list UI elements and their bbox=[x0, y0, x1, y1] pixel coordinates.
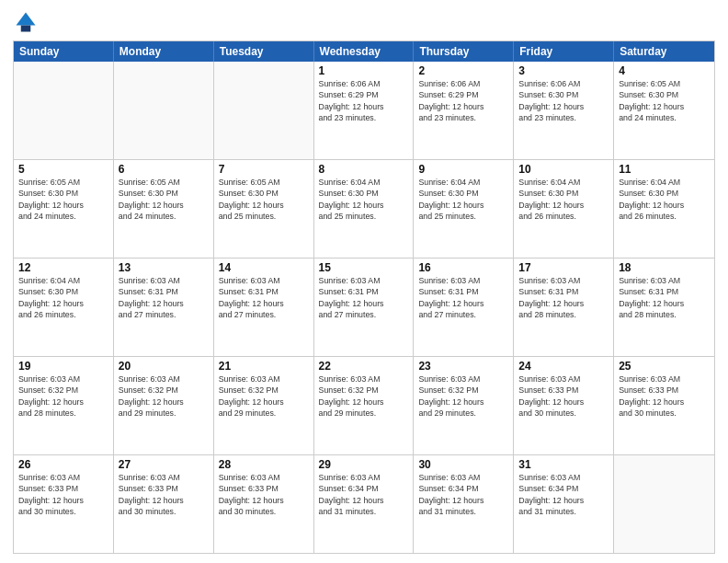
header-day-sunday: Sunday bbox=[14, 41, 114, 62]
day-info: Sunrise: 6:05 AMSunset: 6:30 PMDaylight:… bbox=[219, 177, 309, 222]
calendar-body: 1Sunrise: 6:06 AMSunset: 6:29 PMDaylight… bbox=[14, 62, 714, 553]
day-info: Sunrise: 6:03 AMSunset: 6:33 PMDaylight:… bbox=[18, 472, 108, 517]
cal-cell: 15Sunrise: 6:03 AMSunset: 6:31 PMDayligh… bbox=[314, 259, 415, 356]
day-info: Sunrise: 6:04 AMSunset: 6:30 PMDaylight:… bbox=[518, 177, 609, 222]
day-number: 2 bbox=[418, 64, 508, 77]
cal-cell: 25Sunrise: 6:03 AMSunset: 6:33 PMDayligh… bbox=[614, 357, 714, 454]
cal-week-2: 5Sunrise: 6:05 AMSunset: 6:30 PMDaylight… bbox=[14, 160, 714, 259]
cal-cell: 13Sunrise: 6:03 AMSunset: 6:31 PMDayligh… bbox=[114, 259, 214, 356]
cal-week-4: 19Sunrise: 6:03 AMSunset: 6:32 PMDayligh… bbox=[14, 357, 714, 455]
day-number: 30 bbox=[418, 458, 508, 471]
cal-cell: 3Sunrise: 6:06 AMSunset: 6:30 PMDaylight… bbox=[514, 62, 614, 159]
day-info: Sunrise: 6:06 AMSunset: 6:29 PMDaylight:… bbox=[418, 78, 508, 123]
cal-cell: 14Sunrise: 6:03 AMSunset: 6:31 PMDayligh… bbox=[214, 259, 314, 356]
day-number: 3 bbox=[518, 64, 609, 77]
day-info: Sunrise: 6:03 AMSunset: 6:33 PMDaylight:… bbox=[518, 373, 609, 419]
cal-cell: 28Sunrise: 6:03 AMSunset: 6:33 PMDayligh… bbox=[214, 455, 314, 553]
day-number: 16 bbox=[418, 261, 508, 274]
cal-cell bbox=[14, 62, 114, 159]
header-day-thursday: Thursday bbox=[414, 41, 514, 62]
cal-cell: 18Sunrise: 6:03 AMSunset: 6:31 PMDayligh… bbox=[614, 259, 714, 356]
day-info: Sunrise: 6:05 AMSunset: 6:30 PMDaylight:… bbox=[119, 177, 209, 222]
day-info: Sunrise: 6:06 AMSunset: 6:29 PMDaylight:… bbox=[319, 78, 409, 123]
day-info: Sunrise: 6:03 AMSunset: 6:34 PMDaylight:… bbox=[319, 472, 409, 517]
day-info: Sunrise: 6:04 AMSunset: 6:30 PMDaylight:… bbox=[18, 275, 108, 320]
day-number: 31 bbox=[518, 458, 609, 471]
cal-cell: 8Sunrise: 6:04 AMSunset: 6:30 PMDaylight… bbox=[314, 160, 415, 258]
day-number: 8 bbox=[319, 163, 409, 176]
day-number: 28 bbox=[219, 458, 309, 471]
cal-cell: 30Sunrise: 6:03 AMSunset: 6:34 PMDayligh… bbox=[414, 455, 514, 553]
cal-cell: 20Sunrise: 6:03 AMSunset: 6:32 PMDayligh… bbox=[114, 357, 214, 454]
calendar: SundayMondayTuesdayWednesdayThursdayFrid… bbox=[13, 40, 715, 554]
cal-cell: 4Sunrise: 6:05 AMSunset: 6:30 PMDaylight… bbox=[614, 62, 714, 159]
day-info: Sunrise: 6:03 AMSunset: 6:31 PMDaylight:… bbox=[418, 275, 508, 320]
day-number: 5 bbox=[18, 163, 108, 176]
day-number: 24 bbox=[518, 360, 609, 373]
cal-cell: 10Sunrise: 6:04 AMSunset: 6:30 PMDayligh… bbox=[514, 160, 614, 258]
day-info: Sunrise: 6:05 AMSunset: 6:30 PMDaylight:… bbox=[619, 78, 710, 123]
day-info: Sunrise: 6:03 AMSunset: 6:34 PMDaylight:… bbox=[518, 472, 609, 517]
day-number: 17 bbox=[518, 261, 609, 274]
cal-cell: 7Sunrise: 6:05 AMSunset: 6:30 PMDaylight… bbox=[214, 160, 314, 258]
cal-cell: 22Sunrise: 6:03 AMSunset: 6:32 PMDayligh… bbox=[314, 357, 415, 454]
day-info: Sunrise: 6:03 AMSunset: 6:31 PMDaylight:… bbox=[319, 275, 409, 320]
day-number: 22 bbox=[319, 360, 409, 373]
cal-cell: 6Sunrise: 6:05 AMSunset: 6:30 PMDaylight… bbox=[114, 160, 214, 258]
day-info: Sunrise: 6:03 AMSunset: 6:33 PMDaylight:… bbox=[119, 472, 209, 517]
day-number: 18 bbox=[619, 261, 710, 274]
day-number: 20 bbox=[119, 360, 209, 373]
cal-cell: 27Sunrise: 6:03 AMSunset: 6:33 PMDayligh… bbox=[114, 455, 214, 553]
day-info: Sunrise: 6:05 AMSunset: 6:30 PMDaylight:… bbox=[18, 177, 108, 222]
cal-cell: 26Sunrise: 6:03 AMSunset: 6:33 PMDayligh… bbox=[14, 455, 114, 553]
cal-cell: 29Sunrise: 6:03 AMSunset: 6:34 PMDayligh… bbox=[314, 455, 415, 553]
svg-rect-1 bbox=[21, 26, 31, 32]
day-info: Sunrise: 6:04 AMSunset: 6:30 PMDaylight:… bbox=[319, 177, 409, 222]
day-number: 6 bbox=[119, 163, 209, 176]
day-number: 23 bbox=[418, 360, 508, 373]
day-info: Sunrise: 6:03 AMSunset: 6:31 PMDaylight:… bbox=[619, 275, 710, 320]
cal-cell: 2Sunrise: 6:06 AMSunset: 6:29 PMDaylight… bbox=[414, 62, 514, 159]
svg-marker-0 bbox=[17, 13, 36, 26]
day-info: Sunrise: 6:04 AMSunset: 6:30 PMDaylight:… bbox=[619, 177, 710, 222]
day-info: Sunrise: 6:03 AMSunset: 6:32 PMDaylight:… bbox=[119, 373, 209, 419]
day-number: 19 bbox=[18, 360, 108, 373]
header-day-tuesday: Tuesday bbox=[214, 41, 314, 62]
cal-cell bbox=[114, 62, 214, 159]
cal-cell: 5Sunrise: 6:05 AMSunset: 6:30 PMDaylight… bbox=[14, 160, 114, 258]
page: SundayMondayTuesdayWednesdayThursdayFrid… bbox=[0, 0, 728, 563]
day-info: Sunrise: 6:03 AMSunset: 6:31 PMDaylight:… bbox=[518, 275, 609, 320]
day-number: 29 bbox=[319, 458, 409, 471]
day-info: Sunrise: 6:03 AMSunset: 6:32 PMDaylight:… bbox=[319, 373, 409, 419]
day-number: 15 bbox=[319, 261, 409, 274]
day-info: Sunrise: 6:03 AMSunset: 6:34 PMDaylight:… bbox=[418, 472, 508, 517]
day-info: Sunrise: 6:03 AMSunset: 6:32 PMDaylight:… bbox=[418, 373, 508, 419]
cal-week-5: 26Sunrise: 6:03 AMSunset: 6:33 PMDayligh… bbox=[14, 455, 714, 553]
cal-cell: 19Sunrise: 6:03 AMSunset: 6:32 PMDayligh… bbox=[14, 357, 114, 454]
day-number: 14 bbox=[219, 261, 309, 274]
day-info: Sunrise: 6:03 AMSunset: 6:31 PMDaylight:… bbox=[219, 275, 309, 320]
header-day-saturday: Saturday bbox=[614, 41, 714, 62]
cal-cell: 31Sunrise: 6:03 AMSunset: 6:34 PMDayligh… bbox=[514, 455, 614, 553]
logo-icon bbox=[13, 9, 39, 35]
day-info: Sunrise: 6:03 AMSunset: 6:31 PMDaylight:… bbox=[119, 275, 209, 320]
day-info: Sunrise: 6:03 AMSunset: 6:33 PMDaylight:… bbox=[619, 373, 710, 419]
day-number: 11 bbox=[619, 163, 710, 176]
cal-cell: 1Sunrise: 6:06 AMSunset: 6:29 PMDaylight… bbox=[314, 62, 415, 159]
day-number: 7 bbox=[219, 163, 309, 176]
cal-cell bbox=[614, 455, 714, 553]
cal-cell: 23Sunrise: 6:03 AMSunset: 6:32 PMDayligh… bbox=[414, 357, 514, 454]
cal-cell: 11Sunrise: 6:04 AMSunset: 6:30 PMDayligh… bbox=[614, 160, 714, 258]
day-info: Sunrise: 6:04 AMSunset: 6:30 PMDaylight:… bbox=[418, 177, 508, 222]
day-number: 25 bbox=[619, 360, 710, 373]
cal-cell: 16Sunrise: 6:03 AMSunset: 6:31 PMDayligh… bbox=[414, 259, 514, 356]
header bbox=[13, 9, 715, 35]
cal-week-1: 1Sunrise: 6:06 AMSunset: 6:29 PMDaylight… bbox=[14, 62, 714, 160]
header-day-friday: Friday bbox=[514, 41, 614, 62]
header-day-monday: Monday bbox=[114, 41, 214, 62]
cal-cell: 17Sunrise: 6:03 AMSunset: 6:31 PMDayligh… bbox=[514, 259, 614, 356]
day-info: Sunrise: 6:03 AMSunset: 6:33 PMDaylight:… bbox=[219, 472, 309, 517]
header-day-wednesday: Wednesday bbox=[314, 41, 415, 62]
day-number: 27 bbox=[119, 458, 209, 471]
day-number: 9 bbox=[418, 163, 508, 176]
